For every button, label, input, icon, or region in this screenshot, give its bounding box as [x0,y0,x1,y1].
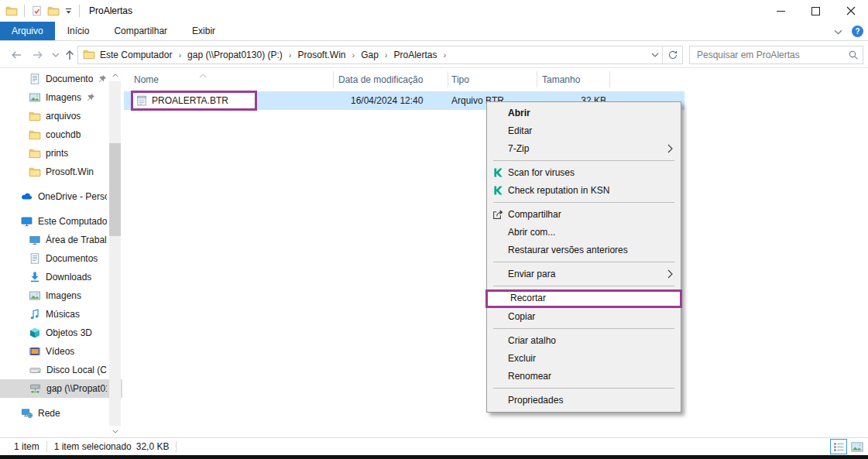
context-menu-item-abrir-com[interactable]: Abrir com... [487,224,681,241]
address-dropdown-icon[interactable] [648,53,662,57]
menu-separator [493,262,674,262]
context-menu-item-renomear[interactable]: Renomear [487,368,681,385]
sidebar-item-videos[interactable]: Vídeos [0,342,122,361]
sidebar-item-disco-local-c[interactable]: Disco Local (C:) [0,361,122,379]
search-box[interactable] [689,46,863,64]
up-button[interactable] [62,47,77,63]
tab-exibir[interactable]: Exibir [180,22,228,40]
scroll-up-icon[interactable] [109,70,121,81]
context-menu-item-abrir[interactable]: Abrir [487,104,681,122]
sidebar-item-couchdb[interactable]: couchdb [0,125,122,144]
column-separator[interactable] [609,71,610,87]
sidebar-item-label: Documentos [46,74,93,84]
breadcrumb-item-gap-propat0130-p[interactable]: gap (\\Propat0130) (P:) [186,50,284,60]
sidebar-item-label: Vídeos [46,346,74,357]
scroll-down-icon[interactable] [109,426,121,437]
menu-separator [493,388,674,389]
sidebar-item-imagens[interactable]: Imagens [0,286,122,305]
breadcrumb-chevron-icon: › [444,50,447,60]
sidebar-item-objetos-3d[interactable]: Objetos 3D [0,324,122,342]
context-menu-item-restaurar-versoes-anteriores[interactable]: Restaurar versões anteriores [487,241,681,259]
minimize-button[interactable] [763,0,798,22]
context-menu-item-copiar[interactable]: Copiar [487,308,681,326]
scrollbar-thumb[interactable] [109,143,121,236]
file-name: PROALERTA.BTR [152,95,228,106]
tab-arquivo[interactable]: Arquivo [0,22,55,40]
recent-locations-chevron-icon[interactable] [48,47,63,63]
column-header-tamanho[interactable]: Tamanho [537,70,609,89]
sidebar-item-este-computador[interactable]: Este Computador [0,212,122,231]
context-menu-item-scan-for-viruses[interactable]: Scan for viruses [487,164,681,182]
search-input[interactable] [690,50,844,60]
sidebar-item-label: prints [46,148,68,159]
menu-separator [493,286,674,286]
sidebar-item-prints[interactable]: prints [0,144,122,163]
context-menu-item-enviar-para[interactable]: Enviar para [487,265,681,283]
back-button[interactable] [9,47,24,63]
breadcrumb-item-prosoft-win[interactable]: Prosoft.Win [296,50,347,60]
column-header-data-de-modificacao[interactable]: Data de modificação [333,70,448,89]
pin-icon [98,74,107,84]
breadcrumb-chevron-icon: › [289,50,292,60]
selection-count: 1 item selecionado [54,441,132,452]
new-folder-icon[interactable] [47,5,60,17]
expand-ribbon-icon[interactable] [834,26,842,37]
file-annotation-box: PROALERTA.BTR [131,91,257,111]
forward-button[interactable] [30,47,46,63]
column-header-tipo[interactable]: Tipo [448,70,537,89]
breadcrumb-item-proalertas[interactable]: ProAlertas [393,50,439,60]
menu-item-label: Enviar para [508,269,555,279]
sidebar-item-musicas[interactable]: Músicas [0,305,122,324]
breadcrumb-item-gap[interactable]: Gap [359,50,380,60]
menu-item-label: 7-Zip [508,143,529,154]
submenu-chevron-icon [667,269,674,279]
menu-item-label: Renomear [508,371,551,382]
sidebar-item-onedrive-personal[interactable]: OneDrive - Personal [0,187,122,206]
context-menu-item-excluir[interactable]: Excluir [487,350,681,368]
sidebar-item-rede[interactable]: Rede [0,404,122,423]
properties-check-icon[interactable] [31,5,43,17]
sidebar-item-imagens[interactable]: Imagens [0,88,122,107]
search-icon [844,50,863,60]
tab-compartilhar[interactable]: Compartilhar [101,22,180,40]
details-view-button[interactable] [830,439,847,454]
share-icon [492,208,504,221]
sidebar-item-label: Disco Local (C:) [46,365,107,375]
close-button[interactable] [833,0,868,22]
context-menu-item-check-reputation-in-ksn[interactable]: Check reputation in KSN [487,182,681,200]
sidebar-item-gap-propat0130-p[interactable]: gap (\\Propat0130) (P:) [0,379,122,398]
customize-toolbar-icon[interactable] [64,7,73,15]
help-icon[interactable]: ? [852,26,863,37]
sidebar-scrollbar[interactable] [109,70,121,437]
context-menu-item-editar[interactable]: Editar [487,122,681,140]
context-menu-item-recortar[interactable]: Recortar [485,289,682,308]
breadcrumb-item-este-computador[interactable]: Este Computador [98,50,173,60]
breadcrumb-chevron-icon: › [352,50,355,60]
menu-item-label: Abrir [508,108,530,118]
refresh-icon[interactable] [662,46,682,63]
menu-separator [493,328,674,329]
column-header-nome[interactable]: Nome [124,70,333,89]
context-menu-item-propriedades[interactable]: Propriedades [487,392,681,409]
maximize-button[interactable] [798,0,833,22]
sidebar-item-arquivos[interactable]: arquivos [0,107,122,125]
tab-inicio[interactable]: Início [55,22,102,40]
context-menu-item-criar-atalho[interactable]: Criar atalho [487,332,681,350]
computer-icon [20,215,33,228]
sidebar-item-documentos[interactable]: Documentos [0,249,122,268]
address-bar[interactable]: Este Computador›gap (\\Propat0130) (P:)›… [77,46,683,64]
context-menu: AbrirEditar7-ZipScan for virusesCheck re… [486,101,681,413]
sidebar-item-label: Downloads [46,272,91,283]
sidebar-item-prosoft-win[interactable]: Prosoft.Win [0,163,122,181]
sidebar-item-downloads[interactable]: Downloads [0,268,122,286]
onedrive-icon [20,190,33,203]
sidebar-item-documentos[interactable]: Documentos [0,70,122,88]
context-menu-item-compartilhar[interactable]: Compartilhar [487,206,681,224]
thumbnails-view-button[interactable] [849,439,866,454]
context-menu-item-7-zip[interactable]: 7-Zip [487,140,681,158]
sidebar-item-area-de-trabalho[interactable]: Área de Trabalho [0,231,122,249]
music-icon [29,308,41,320]
sidebar-item-label: Prosoft.Win [46,166,94,177]
menu-item-label: Restaurar versões anteriores [508,245,628,255]
address-folder-icon [83,48,95,63]
